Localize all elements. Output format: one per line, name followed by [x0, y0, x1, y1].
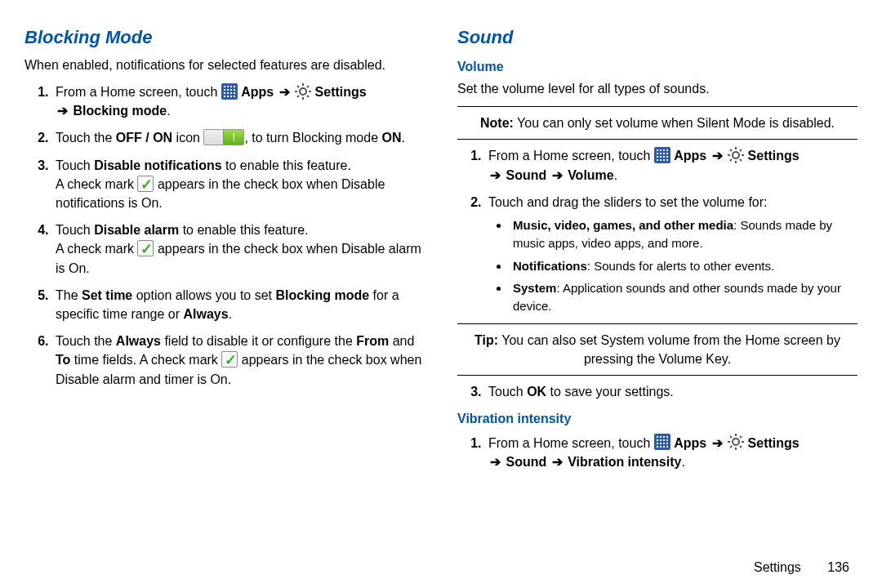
note-line: Note: You can only set volume when Silen… [457, 114, 858, 132]
apps-icon [221, 83, 238, 100]
always-label: Always [184, 307, 229, 321]
text: to enable this feature. [222, 158, 351, 172]
apps-icon [654, 147, 670, 163]
volume-intro: Set the volume level for all types of so… [457, 79, 858, 98]
checkmark-icon [221, 351, 238, 368]
text: , to turn Blocking mode [244, 131, 381, 145]
text: time fields. A check mark [70, 353, 221, 367]
divider [457, 323, 858, 324]
apps-icon [654, 434, 670, 450]
step-3: Touch Disable notifications to enable th… [52, 156, 425, 213]
text: to enable this feature. [179, 223, 308, 237]
vibration-heading: Vibration intensity [457, 409, 858, 428]
label: System [513, 281, 556, 295]
from-label: From [356, 334, 389, 348]
text: The [56, 288, 82, 302]
set-time-label: Set time [82, 288, 132, 302]
settings-icon [728, 434, 744, 450]
settings-label: Settings [748, 149, 800, 163]
bullet-media: Music, video, games, and other media: So… [510, 216, 858, 252]
label: Notifications [513, 259, 587, 273]
text: Touch and drag the sliders to set the vo… [488, 195, 768, 209]
text: From a Home screen, touch [488, 149, 654, 163]
left-column: Blocking Mode When enabled, notification… [24, 24, 425, 547]
arrow-icon: ➔ [712, 434, 723, 452]
step-6: Touch the Always field to disable it or … [52, 332, 425, 389]
text: option allows you to set [132, 288, 275, 302]
ok-label: OK [527, 385, 546, 399]
volume-steps-cont: Touch OK to save your settings. [457, 382, 858, 401]
text: and [389, 334, 414, 348]
right-column: Sound Volume Set the volume level for al… [457, 24, 858, 547]
blocking-mode-label: Blocking mode [73, 104, 167, 118]
text: Touch [56, 223, 94, 237]
tip-label: Tip: [474, 333, 498, 347]
blocking-mode-label: Blocking mode [275, 288, 369, 302]
tip-text: You can also set System volume from the … [498, 333, 840, 366]
step-2: Touch and drag the sliders to set the vo… [485, 193, 858, 315]
text: : Application sounds and other sounds ma… [513, 281, 841, 313]
volume-steps: From a Home screen, touch Apps ➔ Setting… [457, 146, 858, 314]
text: Touch [56, 158, 94, 172]
toggle-icon [203, 129, 244, 145]
apps-label: Apps [674, 436, 706, 450]
vibration-label: Vibration intensity [568, 455, 681, 469]
to-label: To [56, 353, 70, 367]
blocking-mode-intro: When enabled, notifications for selected… [24, 56, 425, 74]
blocking-mode-heading: Blocking Mode [24, 24, 425, 51]
settings-label: Settings [315, 85, 367, 99]
text: Touch the [56, 131, 116, 145]
note-text: You can only set volume when Silent Mode… [514, 116, 835, 130]
volume-heading: Volume [457, 57, 858, 76]
divider [457, 375, 858, 376]
blocking-mode-steps: From a Home screen, touch Apps ➔ Setting… [24, 82, 425, 389]
sound-label: Sound [506, 455, 546, 469]
divider [457, 139, 858, 140]
step-1: From a Home screen, touch Apps ➔ Setting… [485, 146, 858, 184]
step-1: From a Home screen, touch Apps ➔ Setting… [485, 434, 858, 471]
on-label: ON [382, 131, 402, 145]
label: Music, video, games, and other media [513, 218, 733, 232]
arrow-icon: ➔ [552, 452, 563, 471]
volume-bullets: Music, video, games, and other media: So… [488, 216, 858, 315]
page-footer: Settings 136 [754, 560, 849, 575]
arrow-icon: ➔ [490, 452, 501, 471]
checkmark-icon [137, 176, 154, 192]
arrow-icon: ➔ [552, 166, 563, 185]
footer-page-number: 136 [827, 560, 849, 574]
text: icon [172, 131, 203, 145]
vibration-steps: From a Home screen, touch Apps ➔ Setting… [457, 434, 858, 471]
settings-label: Settings [748, 436, 800, 450]
settings-icon [728, 147, 744, 163]
text: Touch the [56, 334, 116, 348]
divider [457, 106, 858, 107]
text: : Sounds for alerts to other events. [587, 259, 774, 273]
arrow-icon: ➔ [712, 146, 723, 165]
note-label: Note: [480, 116, 514, 130]
text: A check mark [56, 177, 137, 191]
apps-label: Apps [241, 85, 274, 99]
text: Touch [488, 385, 527, 399]
step-4: Touch Disable alarm to enable this featu… [52, 220, 425, 278]
apps-label: Apps [674, 149, 706, 163]
text: From a Home screen, touch [56, 85, 221, 99]
text: A check mark [56, 242, 137, 256]
arrow-icon: ➔ [279, 82, 290, 101]
off-on-label: OFF / ON [116, 131, 172, 145]
text: field to disable it or configure the [161, 334, 356, 348]
footer-section: Settings [754, 560, 801, 574]
checkmark-icon [137, 240, 154, 256]
sound-label: Sound [506, 168, 546, 182]
disable-notif-label: Disable notifications [94, 158, 221, 172]
text: to save your settings. [546, 385, 674, 399]
bullet-notifications: Notifications: Sounds for alerts to othe… [510, 257, 858, 275]
step-3: Touch OK to save your settings. [485, 382, 858, 401]
disable-alarm-label: Disable alarm [94, 223, 179, 237]
step-5: The Set time option allows you to set Bl… [52, 286, 425, 323]
text: From a Home screen, touch [488, 436, 654, 450]
tip-line: Tip: You can also set System volume from… [457, 331, 858, 368]
step-1: From a Home screen, touch Apps ➔ Setting… [52, 82, 425, 120]
manual-page: Blocking Mode When enabled, notification… [0, 0, 882, 555]
step-2: Touch the OFF / ON icon , to turn Blocki… [52, 128, 425, 147]
settings-icon [295, 83, 311, 100]
